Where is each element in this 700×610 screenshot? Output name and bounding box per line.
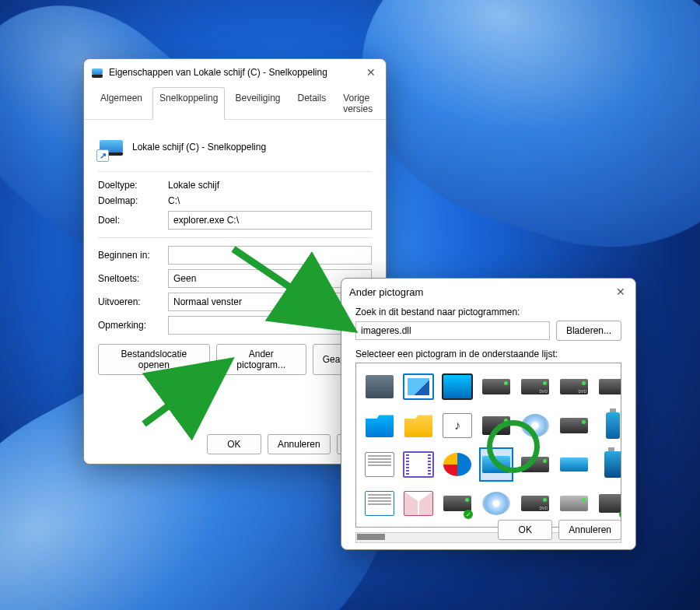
shortcut-icon: ↗ [98,134,124,160]
icon-document-blue[interactable] [362,486,397,521]
icon-folder-blue[interactable] [362,408,397,443]
target-input[interactable] [168,211,372,230]
cancel-button[interactable]: Annuleren [558,520,621,540]
titlebar[interactable]: Eigenschappen van Lokale schijf (C) - Sn… [84,59,386,82]
icon-mail[interactable] [401,486,436,521]
tab-security[interactable]: Beveiliging [228,87,287,119]
icon-disc-2[interactable] [479,486,513,521]
search-file-label: Zoek in dit bestand naar pictogrammen: [355,307,621,317]
start-in-input[interactable] [168,246,372,265]
icon-usb-drive[interactable] [596,408,621,443]
label-target-type: Doeltype: [98,180,168,191]
icon-grid[interactable]: ♪ ✓ ✓ [355,363,621,528]
icon-monitor[interactable] [440,370,474,404]
titlebar[interactable]: Ander pictogram ✕ [341,279,635,302]
label-target: Doel: [98,215,168,226]
icon-drive-check[interactable]: ✓ [440,486,474,521]
change-icon-dialog: Ander pictogram ✕ Zoek in dit bestand na… [341,278,636,550]
icon-printer-check[interactable]: ✓ [596,486,621,521]
select-icon-label: Selecteer een pictogram in de onderstaan… [355,349,621,359]
window-title: Ander pictogram [349,286,614,298]
icon-drive-grey[interactable] [557,486,591,521]
scrollbar-thumb[interactable] [357,534,385,540]
icon-document[interactable] [362,447,397,482]
divider [98,237,372,238]
dialog-footer: OK Annuleren [498,520,621,540]
icon-drive-hdr[interactable] [557,408,591,443]
label-run: Uitvoeren: [98,296,168,307]
tab-previous[interactable]: Vorige versies [336,87,380,119]
tab-shortcut[interactable]: Snelkoppeling [152,87,225,119]
browse-button[interactable]: Bladeren... [556,321,621,341]
shortcut-name: Lokale schijf (C) - Snelkoppeling [132,142,266,152]
value-target-loc: C:\ [168,195,372,206]
ok-button[interactable]: OK [498,520,552,540]
desktop-background: Eigenschappen van Lokale schijf (C) - Sn… [0,0,700,610]
icon-disc[interactable] [518,408,552,443]
label-target-loc: Doelmap: [98,195,168,206]
icon-video-file[interactable] [401,447,436,482]
icon-phone[interactable] [596,447,621,482]
icon-drive-dvdrw[interactable] [557,370,591,404]
icon-printer[interactable] [479,408,513,443]
run-value: Normaal venster [173,296,242,307]
label-shortcut-key: Sneltoets: [98,273,168,284]
label-comment: Opmerking: [98,320,168,331]
change-icon-button[interactable]: Ander pictogram... [216,344,306,375]
check-badge-icon: ✓ [464,510,473,519]
icon-chart[interactable] [440,447,474,482]
shortcut-arrow-icon: ↗ [96,149,109,162]
icon-picture[interactable] [401,370,436,404]
icon-drive[interactable] [479,370,513,404]
open-file-location-button[interactable]: Bestandslocatie openen [98,344,210,375]
icon-file-input[interactable] [355,321,550,340]
change-icon-body: Zoek in dit bestand naar pictogrammen: B… [341,302,635,552]
icon-folder-yellow[interactable] [401,408,436,443]
label-start-in: Beginnen in: [98,250,168,261]
icon-drive-dark[interactable] [518,447,552,482]
tab-general[interactable]: Algemeen [93,87,149,119]
ok-button[interactable]: OK [207,434,261,454]
icon-drive-dvd[interactable] [518,370,552,404]
icon-folder-grey[interactable] [362,370,397,404]
cancel-button[interactable]: Annuleren [268,434,331,454]
window-title: Eigenschappen van Lokale schijf (C) - Sn… [109,67,364,78]
value-target-type: Lokale schijf [168,180,372,191]
icon-local-disk-selected[interactable] [479,447,513,482]
icon-drive-blue[interactable] [557,447,591,482]
close-icon[interactable]: ✕ [364,65,378,79]
check-badge-icon: ✓ [619,510,621,519]
divider [98,171,372,172]
tab-strip: Algemeen Snelkoppeling Beveiliging Detai… [84,82,386,120]
window-icon [92,66,104,79]
icon-music-file[interactable]: ♪ [440,408,474,443]
tab-details[interactable]: Details [291,87,334,119]
icon-drive-hd[interactable] [596,370,621,404]
icon-drive-dvdrom[interactable] [518,486,552,521]
close-icon[interactable]: ✕ [614,285,628,299]
